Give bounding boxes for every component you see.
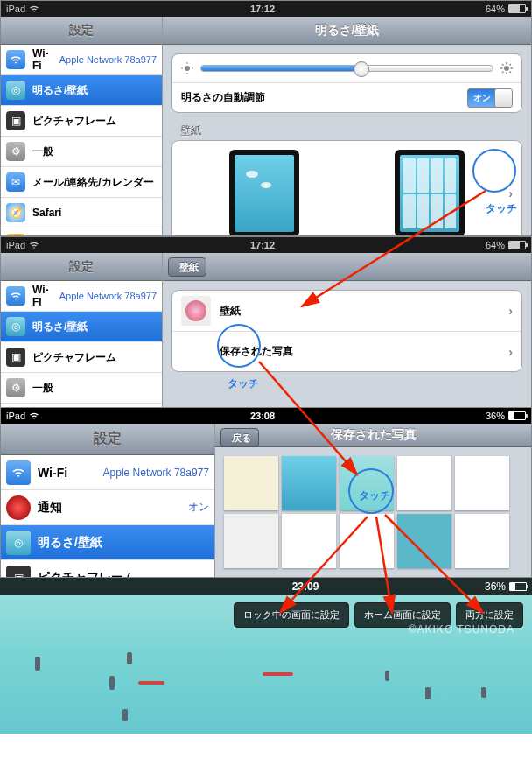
detail-pane: 明るさ/壁紙 明るさの自動調節 オン (163, 17, 531, 235)
wallpaper-group[interactable]: › (172, 140, 522, 235)
sidebar-item-label: 明るさ/壁紙 (32, 83, 157, 98)
detail-toolbar: 戻る 保存された写真 (215, 424, 531, 447)
sidebar-item-label: ピクチャフレーム (32, 114, 157, 129)
status-bar: iPad 23:08 36% (1, 408, 531, 424)
chevron-right-icon: › (508, 345, 513, 359)
back-button[interactable]: 壁紙 (168, 257, 206, 277)
auto-brightness-toggle[interactable]: オン (467, 88, 513, 108)
sidebar-item-label: 一般 (32, 144, 157, 159)
photo-thumb[interactable] (224, 514, 278, 568)
wallpaper-row[interactable]: 壁紙 › (172, 291, 522, 331)
status-bar: iPad 17:12 64% (1, 237, 531, 253)
sidebar-item-general[interactable]: ⚙ 一般 (1, 137, 162, 167)
sidebar-item-brightness[interactable]: ◎ 明るさ/壁紙 (1, 312, 162, 342)
battery-pct: 64% (486, 4, 505, 14)
sidebar-item-ipod[interactable]: ♪ iPod (1, 228, 162, 235)
chevron-right-icon: › (508, 186, 513, 200)
photo-thumb[interactable] (340, 456, 394, 510)
battery-icon (508, 411, 526, 420)
brightness-slider[interactable] (200, 65, 494, 72)
panel-3: iPad 23:08 36% 設定 Wi-Fi Apple Network 78… (0, 407, 532, 578)
sidebar-item-wifi[interactable]: Wi-Fi Apple Network 78a977 (1, 281, 162, 312)
status-bar: iPad 17:12 64% (1, 1, 531, 17)
status-bar: 23:09 36% (0, 578, 532, 595)
svg-line-12 (502, 72, 504, 74)
set-lock-button[interactable]: ロック中の画面に設定 (234, 602, 349, 628)
photo-thumb[interactable] (455, 456, 509, 510)
sun-low-icon (181, 62, 193, 74)
photo-thumb[interactable] (224, 456, 278, 510)
photo-thumb[interactable] (455, 514, 509, 568)
watermark: ©AKIKO TSUNODA (409, 623, 514, 636)
home-screen-preview (395, 150, 465, 235)
sidebar-item-brightness[interactable]: ◎ 明るさ/壁紙 (1, 75, 162, 106)
svg-line-10 (502, 64, 504, 66)
status-time: 17:12 (39, 4, 486, 14)
back-button[interactable]: 戻る (220, 428, 259, 447)
sidebar-item-label: メール/連絡先/カレンダー (32, 175, 157, 190)
sidebar-item-label: Safari (32, 207, 157, 219)
panel-4-wallpaper-preview: 23:09 36% ロック中の画面に設定 ホーム画面に設定 両方に設定 ©AKI… (0, 578, 532, 734)
detail-title: 保存された写真 (331, 427, 416, 443)
saved-photos-row[interactable]: 保存された写真 › (172, 331, 522, 371)
battery-icon (508, 4, 526, 13)
settings-sidebar: 設定 Wi-Fi Apple Network 78a977 ◎ 明るさ/壁紙 ▣… (1, 17, 163, 235)
sidebar-item-notifications[interactable]: 通知 オン (1, 490, 214, 525)
chevron-right-icon: › (508, 304, 513, 318)
panel-2: iPad 17:12 64% 設定 Wi-Fi Apple Network 78… (0, 236, 532, 407)
sidebar-item-picframe[interactable]: ▣ ピクチャフレーム (1, 106, 162, 137)
photo-thumb[interactable] (340, 514, 394, 568)
sidebar-item-picframe[interactable]: ▣ピクチャフレーム (1, 342, 162, 373)
photo-thumb[interactable] (397, 456, 452, 510)
photo-thumb[interactable] (282, 456, 336, 510)
photo-thumb[interactable] (397, 514, 452, 568)
sidebar-item-mail[interactable]: ✉ メール/連絡先/カレンダー (1, 167, 162, 198)
sidebar-item-wifi[interactable]: Wi-Fi Apple Network 78a977 (1, 45, 162, 75)
panel-1: iPad 17:12 64% 設定 Wi-Fi Apple Network 78… (0, 0, 532, 236)
lock-screen-preview (229, 150, 299, 235)
sidebar-item-wifi[interactable]: Wi-Fi Apple Network 78a977 (1, 455, 214, 490)
svg-point-0 (185, 66, 190, 71)
sidebar-title: 設定 (1, 17, 162, 45)
wallpaper-section-label: 壁紙 (172, 120, 522, 140)
photo-grid (215, 447, 531, 577)
auto-brightness-label: 明るさの自動調節 (181, 90, 265, 105)
sidebar-item-safari[interactable]: 🧭 Safari (1, 198, 162, 228)
sidebar-item-brightness[interactable]: ◎ 明るさ/壁紙 (1, 525, 214, 560)
photo-thumb[interactable] (282, 514, 336, 568)
sun-high-icon (500, 62, 513, 74)
detail-title: 明るさ/壁紙 (163, 17, 531, 45)
sidebar-item-label: Wi-Fi (32, 47, 52, 72)
battery-icon (509, 582, 527, 591)
wifi-icon (29, 241, 39, 249)
svg-line-11 (510, 72, 512, 74)
detail-toolbar: 壁紙 (163, 253, 531, 281)
svg-line-13 (510, 64, 512, 66)
svg-point-5 (504, 66, 509, 71)
wifi-icon (29, 4, 39, 13)
sidebar-item-picframe[interactable]: ▣ピクチャフレーム (1, 560, 214, 577)
sidebar-item-value: Apple Network 78a977 (60, 54, 157, 65)
wifi-icon (10, 54, 22, 65)
battery-icon (508, 241, 526, 249)
brightness-group: 明るさの自動調節 オン (172, 53, 522, 113)
device-label: iPad (6, 4, 25, 14)
sidebar-item-general[interactable]: ⚙一般 (1, 373, 162, 404)
